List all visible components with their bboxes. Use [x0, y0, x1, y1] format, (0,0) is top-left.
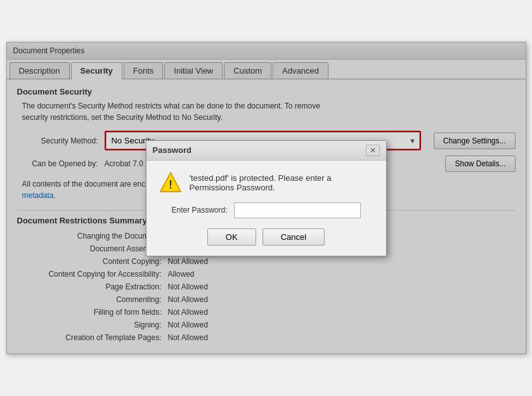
password-label: Enter Password: — [171, 206, 227, 214]
warning-icon: ! — [159, 171, 182, 194]
password-input[interactable] — [234, 202, 361, 218]
password-row: Enter Password: — [159, 202, 373, 218]
close-icon: ✕ — [370, 146, 376, 155]
modal-overlay: Password ✕ ! 'tested.pdf' is protected. … — [7, 43, 526, 353]
modal-message: 'tested.pdf' is protected. Please enter … — [190, 171, 373, 192]
modal-message-row: ! 'tested.pdf' is protected. Please ente… — [159, 171, 373, 194]
ok-button[interactable]: OK — [207, 228, 256, 246]
modal-title-bar: Password ✕ — [146, 141, 386, 161]
svg-text:!: ! — [169, 178, 172, 191]
modal-close-button[interactable]: ✕ — [366, 145, 380, 156]
cancel-button[interactable]: Cancel — [263, 228, 325, 246]
modal-title: Password — [153, 145, 191, 155]
password-dialog: Password ✕ ! 'tested.pdf' is protected. … — [146, 140, 387, 256]
modal-body: ! 'tested.pdf' is protected. Please ente… — [146, 161, 386, 256]
modal-buttons: OK Cancel — [159, 228, 373, 248]
document-properties-window: Document Properties Description Security… — [6, 42, 526, 354]
